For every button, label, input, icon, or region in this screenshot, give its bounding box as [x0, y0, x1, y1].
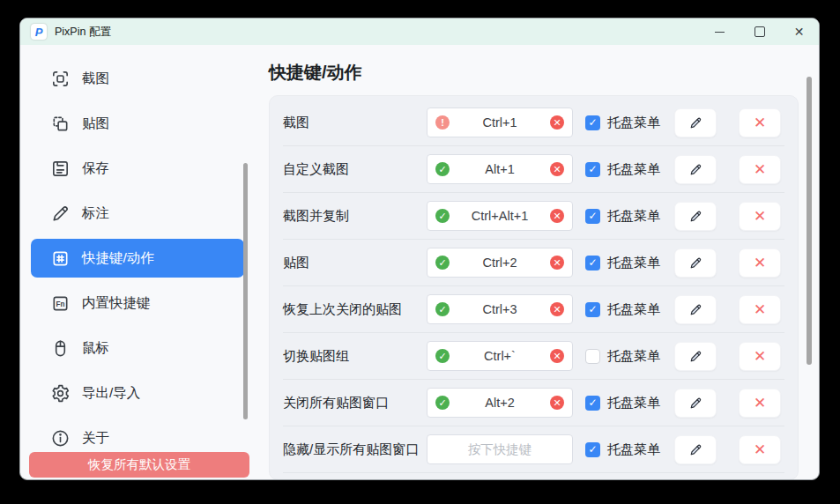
pencil-icon	[688, 256, 703, 271]
hotkey-row: 恢复上次关闭的贴图 Ctrl+3 ✓✕ ✓ 托盘菜单 ✕	[283, 286, 784, 333]
clear-shortcut-icon[interactable]: ✕	[550, 396, 564, 410]
shortcut-ok-icon: ✓	[435, 302, 450, 316]
tray-menu-label: 托盘菜单	[607, 395, 660, 411]
maximize-button[interactable]	[740, 19, 779, 45]
sidebar-item-export-import[interactable]: 导出/导入	[31, 374, 244, 412]
shortcut-input[interactable]: Alt+1 ✓✕	[427, 154, 573, 184]
delete-x-icon: ✕	[754, 256, 766, 271]
delete-shortcut-button[interactable]: ✕	[739, 342, 781, 371]
pencil-icon	[688, 162, 703, 177]
delete-shortcut-button[interactable]: ✕	[739, 435, 781, 464]
edit-shortcut-button[interactable]	[674, 108, 717, 137]
clear-shortcut-icon[interactable]: ✕	[550, 302, 564, 316]
shortcut-value: Ctrl+`	[484, 349, 516, 363]
pencil-icon	[688, 349, 703, 364]
export-import-icon	[50, 383, 71, 404]
shortcut-input[interactable]: Ctrl+1 !✕	[427, 107, 573, 137]
clear-shortcut-icon[interactable]: ✕	[550, 162, 564, 176]
hotkey-row: 关闭所有贴图窗口 Alt+2 ✓✕ ✓ 托盘菜单 ✕	[283, 380, 784, 426]
sidebar-item-pin-image[interactable]: 贴图	[31, 104, 244, 143]
delete-x-icon: ✕	[754, 396, 766, 411]
delete-x-icon: ✕	[754, 162, 766, 177]
app-icon: P	[31, 24, 47, 40]
app-window: P PixPin 配置 ✕ 截图 贴图 保存 标注 快捷键/动作 Fn 内置快捷…	[19, 18, 820, 480]
sidebar-item-mouse[interactable]: 鼠标	[31, 329, 244, 367]
hotkey-action-label: 关闭所有贴图窗口	[283, 395, 427, 411]
edit-shortcut-button[interactable]	[674, 155, 717, 184]
shortcut-input[interactable]: Ctrl+3 ✓✕	[427, 294, 573, 324]
delete-shortcut-button[interactable]: ✕	[739, 295, 781, 324]
shortcut-input[interactable]: 按下快捷键	[427, 434, 573, 464]
tray-menu-checkbox[interactable]: ✓	[585, 256, 600, 271]
shortcut-ok-icon: ✓	[435, 396, 450, 410]
shortcut-input[interactable]: Ctrl+` ✓✕	[427, 341, 573, 371]
clear-shortcut-icon[interactable]: ✕	[550, 209, 564, 223]
tray-menu-checkbox[interactable]	[585, 349, 600, 364]
tray-menu-checkbox[interactable]: ✓	[585, 162, 600, 177]
restore-defaults-button[interactable]: 恢复所有默认设置	[29, 452, 249, 478]
edit-shortcut-button[interactable]	[674, 248, 717, 278]
app-icon-letter: P	[35, 26, 43, 38]
delete-shortcut-button[interactable]: ✕	[739, 389, 781, 418]
sidebar-item-hotkey[interactable]: 快捷键/动作	[31, 239, 244, 278]
tray-menu-checkbox[interactable]: ✓	[585, 209, 600, 224]
clear-shortcut-icon[interactable]: ✕	[550, 349, 564, 363]
shortcut-value: Alt+2	[485, 396, 514, 410]
hotkey-action-label: 切换贴图组	[283, 348, 427, 365]
sidebar-item-label: 贴图	[82, 115, 109, 133]
sidebar-item-annotate[interactable]: 标注	[31, 194, 244, 233]
delete-shortcut-button[interactable]: ✕	[739, 155, 781, 184]
delete-shortcut-button[interactable]: ✕	[739, 108, 781, 137]
sidebar-scrollbar[interactable]	[243, 163, 248, 419]
delete-x-icon: ✕	[754, 115, 766, 130]
delete-shortcut-button[interactable]: ✕	[739, 202, 781, 231]
sidebar-item-save[interactable]: 保存	[31, 149, 244, 188]
shortcut-input[interactable]: Alt+2 ✓✕	[427, 388, 573, 418]
tray-menu-checkbox[interactable]: ✓	[585, 302, 600, 317]
shortcut-input[interactable]: Ctrl+Alt+1 ✓✕	[427, 201, 573, 231]
clear-shortcut-icon[interactable]: ✕	[550, 256, 564, 270]
tray-menu-label: 托盘菜单	[607, 208, 660, 225]
shortcut-ok-icon: ✓	[435, 162, 450, 176]
tray-menu-checkbox[interactable]: ✓	[585, 396, 600, 411]
clear-shortcut-icon[interactable]: ✕	[550, 115, 564, 130]
shortcut-value: Ctrl+3	[482, 302, 517, 316]
hotkey-action-label: 自定义截图	[283, 161, 427, 178]
hotkey-icon	[50, 248, 71, 269]
pencil-icon	[688, 442, 703, 457]
sidebar-item-label: 快捷键/动作	[82, 249, 154, 268]
content-scrollbar[interactable]	[807, 77, 812, 365]
hotkey-row: 贴图 Ctrl+2 ✓✕ ✓ 托盘菜单 ✕	[283, 240, 784, 286]
edit-shortcut-button[interactable]	[674, 389, 717, 418]
shortcut-input[interactable]: Ctrl+2 ✓✕	[427, 248, 573, 278]
sidebar-item-label: 导出/导入	[82, 384, 140, 403]
window-controls: ✕	[700, 19, 819, 45]
sidebar-item-fn-key[interactable]: Fn 内置快捷键	[31, 284, 244, 322]
sidebar-item-screenshot[interactable]: 截图	[31, 59, 244, 98]
close-button[interactable]: ✕	[779, 19, 819, 45]
shortcut-value: Ctrl+2	[482, 256, 517, 270]
edit-shortcut-button[interactable]	[674, 435, 717, 464]
shortcut-value: 按下快捷键	[468, 441, 532, 458]
about-icon	[50, 428, 71, 448]
edit-shortcut-button[interactable]	[674, 295, 717, 324]
minimize-button[interactable]	[700, 19, 740, 45]
sidebar-item-label: 关于	[82, 429, 109, 448]
pencil-icon	[688, 115, 703, 130]
titlebar: P PixPin 配置 ✕	[20, 19, 819, 45]
maximize-icon	[755, 26, 765, 37]
shortcut-value: Ctrl+Alt+1	[472, 209, 528, 223]
shortcut-value: Ctrl+1	[482, 115, 517, 130]
hotkey-panel: 截图 Ctrl+1 !✕ ✓ 托盘菜单 ✕ 自定义截图 Alt+1 ✓✕ ✓ 托…	[269, 95, 799, 480]
edit-shortcut-button[interactable]	[674, 342, 717, 371]
tray-menu-label: 托盘菜单	[607, 115, 660, 131]
delete-shortcut-button[interactable]: ✕	[739, 248, 781, 278]
tray-menu-checkbox[interactable]: ✓	[585, 115, 600, 130]
sidebar-item-label: 标注	[82, 204, 109, 223]
edit-shortcut-button[interactable]	[674, 202, 717, 231]
hotkey-action-label: 截图	[283, 115, 427, 131]
delete-x-icon: ✕	[754, 442, 766, 457]
mouse-icon	[50, 338, 71, 359]
tray-menu-checkbox[interactable]: ✓	[585, 442, 600, 457]
close-icon: ✕	[794, 26, 805, 38]
